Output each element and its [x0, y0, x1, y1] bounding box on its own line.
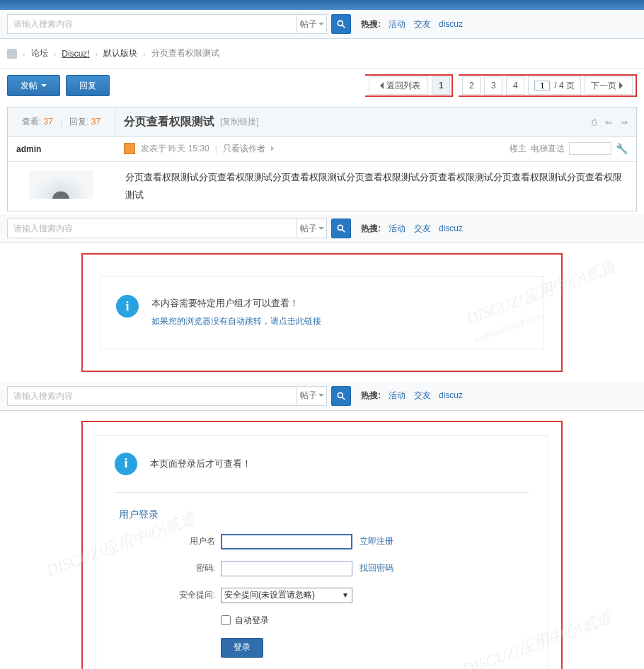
chevron-down-icon — [318, 23, 324, 28]
search-input[interactable] — [7, 219, 297, 238]
info-icon: i — [115, 453, 137, 475]
search-button[interactable] — [331, 14, 351, 34]
svg-line-1 — [343, 25, 345, 28]
username-label: 用户名 — [115, 535, 221, 547]
callout-login: i 本页面登录后才可查看！ 用户登录 用户名 立即注册 密码: 找回密码 安全提… — [81, 421, 563, 669]
login-notice: 本页面登录后才可查看！ — [150, 458, 251, 470]
question-select[interactable]: 安全提问(未设置请忽略)▼ — [221, 588, 352, 603]
chevron-down-icon — [318, 227, 324, 233]
hot-link[interactable]: 活动 — [389, 390, 406, 400]
crumb-section[interactable]: 默认版块 — [103, 47, 137, 59]
hot-label: 热搜: — [361, 19, 381, 29]
hot-link[interactable]: discuz — [439, 223, 463, 233]
elevator-input[interactable] — [569, 142, 611, 155]
post-author[interactable]: admin — [8, 137, 115, 161]
hot-link[interactable]: 活动 — [389, 223, 406, 233]
crumb-thread: 分页查看权限测试 — [151, 47, 219, 59]
search-button[interactable] — [331, 386, 351, 406]
crumb-forum[interactable]: 论坛 — [31, 47, 48, 59]
hot-link[interactable]: discuz — [439, 390, 463, 400]
hot-link[interactable]: 交友 — [414, 390, 431, 400]
crumb-board[interactable]: Discuz! — [62, 49, 89, 59]
search-input[interactable] — [7, 14, 297, 34]
hot-search: 热搜: 活动 交友 discuz — [361, 390, 466, 402]
search-button[interactable] — [331, 219, 351, 238]
hot-link[interactable]: 活动 — [389, 19, 406, 29]
autologin-checkbox[interactable] — [221, 615, 231, 625]
elevator-label: 电梯直达 — [531, 143, 565, 155]
question-label: 安全提问: — [115, 589, 221, 601]
svg-point-2 — [338, 226, 343, 231]
print-icon[interactable]: ⎙ — [592, 117, 597, 127]
newpost-button[interactable]: 发帖 — [7, 75, 60, 96]
chevron-down-icon — [41, 84, 47, 90]
search-type-select[interactable]: 帖子 — [297, 386, 327, 406]
post-body: 分页查看权限测试分页查看权限测试分页查看权限测试分页查看权限测试分页查看权限测试… — [115, 162, 636, 211]
chevron-right-icon — [271, 146, 277, 151]
autologin-label: 自动登录 — [235, 615, 269, 627]
search-input[interactable] — [7, 386, 297, 406]
svg-point-0 — [338, 21, 343, 25]
login-button[interactable]: 登录 — [221, 638, 263, 658]
pager-goto[interactable]: / 4 页 — [528, 76, 581, 95]
hot-search: 热搜: 活动 交友 discuz — [361, 18, 466, 30]
register-link[interactable]: 立即注册 — [360, 535, 393, 547]
hot-link[interactable]: 交友 — [414, 223, 431, 233]
wrench-icon[interactable]: 🔧 — [616, 143, 628, 154]
chevron-down-icon — [318, 394, 324, 400]
post-title: 分页查看权限测试 — [124, 115, 214, 129]
pager-back[interactable]: 返回列表 — [369, 76, 428, 95]
search-type-select[interactable]: 帖子 — [297, 14, 327, 34]
copy-link[interactable]: [复制链接] — [220, 116, 259, 128]
callout-usergroup: i 本内容需要特定用户组才可以查看！ 如果您的浏览器没有自动跳转，请点击此链接 — [81, 253, 563, 371]
pager-page-2[interactable]: 2 — [462, 76, 481, 95]
avatar — [29, 170, 93, 199]
password-input[interactable] — [221, 561, 352, 576]
info-icon: i — [116, 295, 139, 318]
pager-page-1[interactable]: 1 — [432, 76, 450, 95]
search-type-label: 帖子 — [300, 18, 317, 30]
findpw-link[interactable]: 找回密码 — [360, 562, 393, 574]
prev-icon[interactable]: ⇐ — [605, 117, 612, 127]
author-only-link[interactable]: 只看该作者 — [223, 143, 265, 155]
login-title: 用户登录 — [119, 508, 529, 521]
pager-next[interactable]: 下一页 — [585, 76, 633, 95]
username-input[interactable] — [221, 534, 352, 549]
pager-page-3[interactable]: 3 — [484, 76, 502, 95]
post-stats: 查看: 37 | 回复: 37 — [8, 107, 115, 137]
reply-button[interactable]: 回复 — [66, 75, 110, 96]
notice-redirect-link[interactable]: 如果您的浏览器没有自动跳转，请点击此链接 — [151, 316, 321, 326]
user-badge-icon — [124, 143, 135, 154]
hot-link[interactable]: discuz — [439, 19, 463, 29]
svg-line-5 — [343, 397, 345, 400]
floor-label: 楼主 — [510, 143, 527, 155]
notice-message: 本内容需要特定用户组才可以查看！ — [151, 295, 321, 313]
password-label: 密码: — [115, 562, 221, 574]
svg-point-4 — [338, 392, 343, 397]
svg-line-3 — [343, 230, 345, 233]
home-icon[interactable] — [7, 49, 17, 59]
hot-search: 热搜: 活动 交友 discuz — [361, 223, 466, 235]
pager-input[interactable] — [534, 81, 550, 91]
next-icon[interactable]: ⇒ — [621, 117, 628, 127]
pager-page-4[interactable]: 4 — [506, 76, 524, 95]
breadcrumb: › 论坛› Discuz!› 默认版块› 分页查看权限测试 — [0, 39, 644, 69]
post-time: 发表于 昨天 15:30 — [141, 143, 209, 155]
search-type-select[interactable]: 帖子 — [297, 219, 327, 238]
hot-link[interactable]: 交友 — [414, 19, 431, 29]
